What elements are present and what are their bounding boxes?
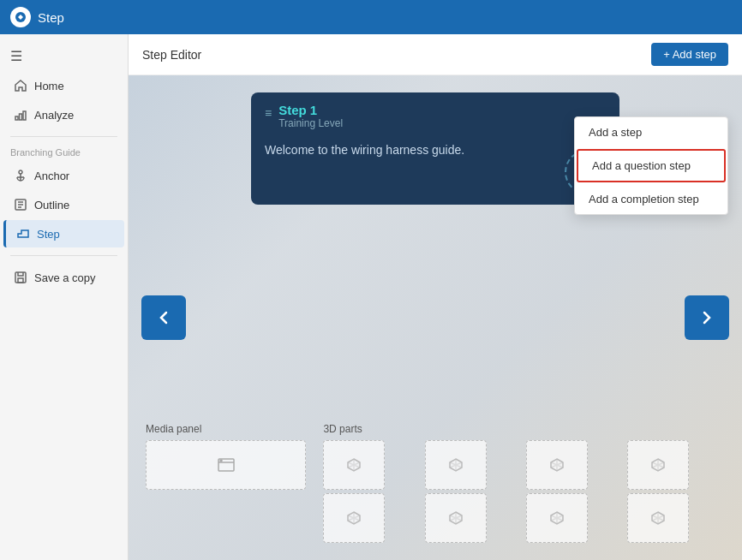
part-cell-8[interactable] — [627, 493, 689, 543]
part-cell-5[interactable] — [323, 493, 385, 543]
part-cell-3[interactable] — [526, 440, 588, 490]
sidebar-item-anchor-label: Anchor — [34, 170, 69, 182]
prev-step-button[interactable] — [141, 295, 186, 340]
sidebar-item-outline[interactable]: Outline — [3, 191, 124, 218]
app-logo — [10, 7, 31, 27]
save-icon — [14, 271, 27, 284]
part-cell-7[interactable] — [526, 493, 588, 543]
step-card-info: Step 1 Training Level — [278, 103, 343, 129]
dropdown-add-question-step[interactable]: Add a question step — [577, 149, 726, 182]
sidebar-divider-1 — [10, 136, 117, 137]
sidebar-item-home[interactable]: Home — [3, 72, 124, 99]
outline-icon — [14, 198, 27, 211]
home-icon — [14, 79, 27, 92]
parts-grid — [323, 440, 725, 543]
dropdown-add-completion-step[interactable]: Add a completion step — [575, 184, 727, 214]
editor-area: ≡ Step 1 Training Level Welcome to the w… — [129, 75, 742, 560]
sidebar-item-step[interactable]: Step — [3, 220, 124, 247]
chart-icon — [14, 108, 27, 122]
sidebar-item-save-copy-label: Save a copy — [34, 271, 96, 284]
step-icon — [16, 227, 30, 241]
svg-rect-1 — [15, 116, 18, 120]
svg-rect-3 — [23, 111, 26, 120]
step-card-header: ≡ Step 1 Training Level — [251, 92, 619, 136]
media-grid — [146, 440, 306, 490]
step-card-body: Welcome to the wiring harness guide. Act… — [251, 136, 619, 205]
main-layout: ☰ Home Analyze Branching Guide — [0, 34, 742, 560]
parts-panel-title: 3D parts — [323, 423, 725, 435]
add-step-dropdown: Add a step Add a question step Add a com… — [574, 116, 728, 215]
media-cell[interactable] — [146, 440, 306, 490]
part-cell-4[interactable] — [627, 440, 689, 490]
dropdown-add-step[interactable]: Add a step — [575, 117, 727, 147]
sidebar-item-save-copy[interactable]: Save a copy — [3, 264, 124, 291]
svg-rect-2 — [20, 114, 22, 120]
svg-point-9 — [220, 460, 222, 462]
parts-panel-section: 3D parts — [323, 423, 725, 543]
part-cell-6[interactable] — [425, 493, 487, 543]
add-step-button[interactable]: + Add step — [651, 43, 728, 66]
editor-title: Step Editor — [142, 48, 201, 62]
topbar: Step — [0, 0, 742, 34]
sidebar: ☰ Home Analyze Branching Guide — [0, 34, 129, 560]
sidebar-item-step-label: Step — [37, 228, 60, 241]
editor-header: Step Editor + Add step — [129, 34, 742, 75]
sidebar-divider-2 — [10, 255, 117, 256]
step-subtitle: Training Level — [278, 117, 343, 129]
svg-rect-6 — [15, 272, 26, 283]
part-cell-2[interactable] — [425, 440, 487, 490]
svg-point-4 — [19, 170, 22, 174]
sidebar-item-analyze-label: Analyze — [34, 109, 74, 122]
step-number: Step 1 — [278, 103, 343, 117]
app-title: Step — [38, 10, 64, 25]
media-panel-title: Media panel — [146, 423, 306, 435]
svg-rect-7 — [18, 278, 23, 283]
hamburger-button[interactable]: ☰ — [0, 41, 128, 71]
sidebar-item-analyze[interactable]: Analyze — [3, 101, 124, 128]
step-body-text: Welcome to the wiring harness guide. — [265, 143, 464, 157]
step-lines-icon: ≡ — [265, 106, 272, 120]
step-card: ≡ Step 1 Training Level Welcome to the w… — [251, 92, 619, 205]
sidebar-item-home-label: Home — [34, 80, 64, 92]
sidebar-item-anchor[interactable]: Anchor — [3, 162, 124, 189]
part-cell-1[interactable] — [323, 440, 385, 490]
bottom-panels: Media panel 3D parts — [129, 423, 742, 543]
anchor-icon — [14, 169, 27, 182]
branching-guide-label: Branching Guide — [0, 144, 128, 161]
media-panel-section: Media panel — [146, 423, 306, 543]
next-step-button[interactable] — [685, 295, 729, 340]
main-content: Step Editor + Add step ≡ — [129, 34, 742, 560]
sidebar-item-outline-label: Outline — [34, 199, 69, 211]
